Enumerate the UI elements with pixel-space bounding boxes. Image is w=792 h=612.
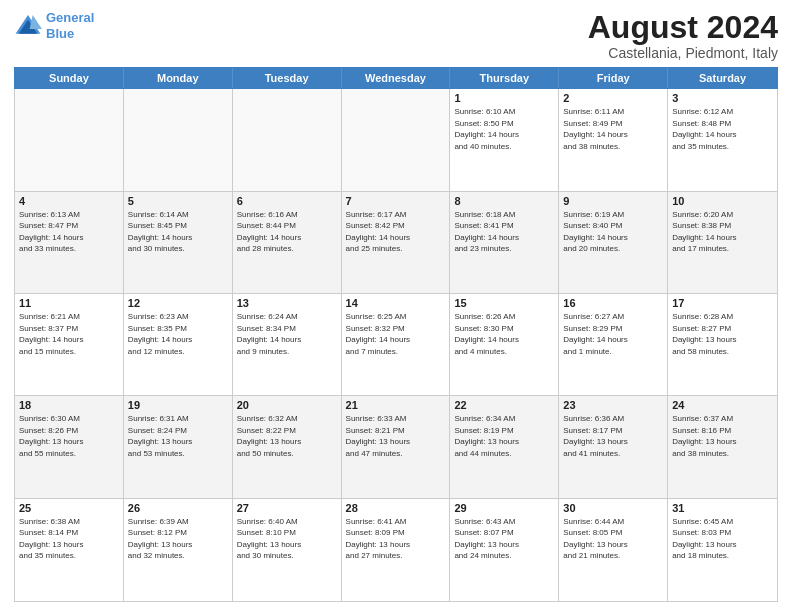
- day-cell-29: 29Sunrise: 6:43 AM Sunset: 8:07 PM Dayli…: [450, 499, 559, 601]
- day-info-1: Sunrise: 6:10 AM Sunset: 8:50 PM Dayligh…: [454, 106, 554, 152]
- day-info-12: Sunrise: 6:23 AM Sunset: 8:35 PM Dayligh…: [128, 311, 228, 357]
- day-number-27: 27: [237, 502, 337, 514]
- day-number-13: 13: [237, 297, 337, 309]
- day-number-15: 15: [454, 297, 554, 309]
- day-cell-28: 28Sunrise: 6:41 AM Sunset: 8:09 PM Dayli…: [342, 499, 451, 601]
- day-info-18: Sunrise: 6:30 AM Sunset: 8:26 PM Dayligh…: [19, 413, 119, 459]
- day-cell-18: 18Sunrise: 6:30 AM Sunset: 8:26 PM Dayli…: [15, 396, 124, 497]
- weekday-header-monday: Monday: [124, 68, 233, 88]
- day-number-1: 1: [454, 92, 554, 104]
- day-cell-25: 25Sunrise: 6:38 AM Sunset: 8:14 PM Dayli…: [15, 499, 124, 601]
- day-number-12: 12: [128, 297, 228, 309]
- logo-general: General: [46, 10, 94, 25]
- day-number-23: 23: [563, 399, 663, 411]
- logo-text: General Blue: [46, 10, 94, 41]
- day-cell-30: 30Sunrise: 6:44 AM Sunset: 8:05 PM Dayli…: [559, 499, 668, 601]
- day-number-19: 19: [128, 399, 228, 411]
- weekday-header-friday: Friday: [559, 68, 668, 88]
- day-info-30: Sunrise: 6:44 AM Sunset: 8:05 PM Dayligh…: [563, 516, 663, 562]
- day-cell-23: 23Sunrise: 6:36 AM Sunset: 8:17 PM Dayli…: [559, 396, 668, 497]
- day-info-8: Sunrise: 6:18 AM Sunset: 8:41 PM Dayligh…: [454, 209, 554, 255]
- day-number-17: 17: [672, 297, 773, 309]
- day-info-10: Sunrise: 6:20 AM Sunset: 8:38 PM Dayligh…: [672, 209, 773, 255]
- location: Castellania, Piedmont, Italy: [588, 45, 778, 61]
- header: General Blue August 2024 Castellania, Pi…: [14, 10, 778, 61]
- day-cell-14: 14Sunrise: 6:25 AM Sunset: 8:32 PM Dayli…: [342, 294, 451, 395]
- day-cell-26: 26Sunrise: 6:39 AM Sunset: 8:12 PM Dayli…: [124, 499, 233, 601]
- weekday-header-thursday: Thursday: [450, 68, 559, 88]
- logo-blue: Blue: [46, 26, 74, 41]
- day-info-29: Sunrise: 6:43 AM Sunset: 8:07 PM Dayligh…: [454, 516, 554, 562]
- title-block: August 2024 Castellania, Piedmont, Italy: [588, 10, 778, 61]
- day-number-14: 14: [346, 297, 446, 309]
- day-number-16: 16: [563, 297, 663, 309]
- day-cell-19: 19Sunrise: 6:31 AM Sunset: 8:24 PM Dayli…: [124, 396, 233, 497]
- day-number-18: 18: [19, 399, 119, 411]
- month-year: August 2024: [588, 10, 778, 45]
- day-info-23: Sunrise: 6:36 AM Sunset: 8:17 PM Dayligh…: [563, 413, 663, 459]
- day-info-5: Sunrise: 6:14 AM Sunset: 8:45 PM Dayligh…: [128, 209, 228, 255]
- weekday-header-sunday: Sunday: [15, 68, 124, 88]
- day-cell-11: 11Sunrise: 6:21 AM Sunset: 8:37 PM Dayli…: [15, 294, 124, 395]
- day-cell-12: 12Sunrise: 6:23 AM Sunset: 8:35 PM Dayli…: [124, 294, 233, 395]
- day-cell-8: 8Sunrise: 6:18 AM Sunset: 8:41 PM Daylig…: [450, 192, 559, 293]
- day-number-30: 30: [563, 502, 663, 514]
- day-number-4: 4: [19, 195, 119, 207]
- day-info-16: Sunrise: 6:27 AM Sunset: 8:29 PM Dayligh…: [563, 311, 663, 357]
- day-number-10: 10: [672, 195, 773, 207]
- day-number-9: 9: [563, 195, 663, 207]
- day-cell-21: 21Sunrise: 6:33 AM Sunset: 8:21 PM Dayli…: [342, 396, 451, 497]
- day-cell-16: 16Sunrise: 6:27 AM Sunset: 8:29 PM Dayli…: [559, 294, 668, 395]
- day-info-27: Sunrise: 6:40 AM Sunset: 8:10 PM Dayligh…: [237, 516, 337, 562]
- day-cell-15: 15Sunrise: 6:26 AM Sunset: 8:30 PM Dayli…: [450, 294, 559, 395]
- empty-cell-r0c0: [15, 89, 124, 190]
- day-info-3: Sunrise: 6:12 AM Sunset: 8:48 PM Dayligh…: [672, 106, 773, 152]
- day-cell-4: 4Sunrise: 6:13 AM Sunset: 8:47 PM Daylig…: [15, 192, 124, 293]
- day-number-6: 6: [237, 195, 337, 207]
- day-info-13: Sunrise: 6:24 AM Sunset: 8:34 PM Dayligh…: [237, 311, 337, 357]
- day-number-31: 31: [672, 502, 773, 514]
- day-number-11: 11: [19, 297, 119, 309]
- day-info-6: Sunrise: 6:16 AM Sunset: 8:44 PM Dayligh…: [237, 209, 337, 255]
- day-number-28: 28: [346, 502, 446, 514]
- page: General Blue August 2024 Castellania, Pi…: [0, 0, 792, 612]
- logo: General Blue: [14, 10, 94, 41]
- day-info-9: Sunrise: 6:19 AM Sunset: 8:40 PM Dayligh…: [563, 209, 663, 255]
- calendar-body: 1Sunrise: 6:10 AM Sunset: 8:50 PM Daylig…: [14, 89, 778, 602]
- day-number-7: 7: [346, 195, 446, 207]
- day-cell-10: 10Sunrise: 6:20 AM Sunset: 8:38 PM Dayli…: [668, 192, 777, 293]
- day-cell-31: 31Sunrise: 6:45 AM Sunset: 8:03 PM Dayli…: [668, 499, 777, 601]
- weekday-header-saturday: Saturday: [668, 68, 777, 88]
- day-number-5: 5: [128, 195, 228, 207]
- empty-cell-r0c3: [342, 89, 451, 190]
- day-number-20: 20: [237, 399, 337, 411]
- day-cell-3: 3Sunrise: 6:12 AM Sunset: 8:48 PM Daylig…: [668, 89, 777, 190]
- empty-cell-r0c2: [233, 89, 342, 190]
- day-cell-2: 2Sunrise: 6:11 AM Sunset: 8:49 PM Daylig…: [559, 89, 668, 190]
- day-info-25: Sunrise: 6:38 AM Sunset: 8:14 PM Dayligh…: [19, 516, 119, 562]
- day-number-29: 29: [454, 502, 554, 514]
- day-info-7: Sunrise: 6:17 AM Sunset: 8:42 PM Dayligh…: [346, 209, 446, 255]
- calendar-row-4: 25Sunrise: 6:38 AM Sunset: 8:14 PM Dayli…: [15, 499, 777, 601]
- day-cell-7: 7Sunrise: 6:17 AM Sunset: 8:42 PM Daylig…: [342, 192, 451, 293]
- calendar-row-1: 4Sunrise: 6:13 AM Sunset: 8:47 PM Daylig…: [15, 192, 777, 294]
- day-info-31: Sunrise: 6:45 AM Sunset: 8:03 PM Dayligh…: [672, 516, 773, 562]
- calendar-row-3: 18Sunrise: 6:30 AM Sunset: 8:26 PM Dayli…: [15, 396, 777, 498]
- day-info-4: Sunrise: 6:13 AM Sunset: 8:47 PM Dayligh…: [19, 209, 119, 255]
- day-number-8: 8: [454, 195, 554, 207]
- calendar-row-0: 1Sunrise: 6:10 AM Sunset: 8:50 PM Daylig…: [15, 89, 777, 191]
- calendar: SundayMondayTuesdayWednesdayThursdayFrid…: [14, 67, 778, 602]
- day-number-22: 22: [454, 399, 554, 411]
- day-number-26: 26: [128, 502, 228, 514]
- day-number-25: 25: [19, 502, 119, 514]
- empty-cell-r0c1: [124, 89, 233, 190]
- day-info-15: Sunrise: 6:26 AM Sunset: 8:30 PM Dayligh…: [454, 311, 554, 357]
- day-cell-6: 6Sunrise: 6:16 AM Sunset: 8:44 PM Daylig…: [233, 192, 342, 293]
- day-cell-27: 27Sunrise: 6:40 AM Sunset: 8:10 PM Dayli…: [233, 499, 342, 601]
- day-cell-1: 1Sunrise: 6:10 AM Sunset: 8:50 PM Daylig…: [450, 89, 559, 190]
- day-cell-5: 5Sunrise: 6:14 AM Sunset: 8:45 PM Daylig…: [124, 192, 233, 293]
- day-cell-17: 17Sunrise: 6:28 AM Sunset: 8:27 PM Dayli…: [668, 294, 777, 395]
- day-number-21: 21: [346, 399, 446, 411]
- day-info-20: Sunrise: 6:32 AM Sunset: 8:22 PM Dayligh…: [237, 413, 337, 459]
- weekday-header-wednesday: Wednesday: [342, 68, 451, 88]
